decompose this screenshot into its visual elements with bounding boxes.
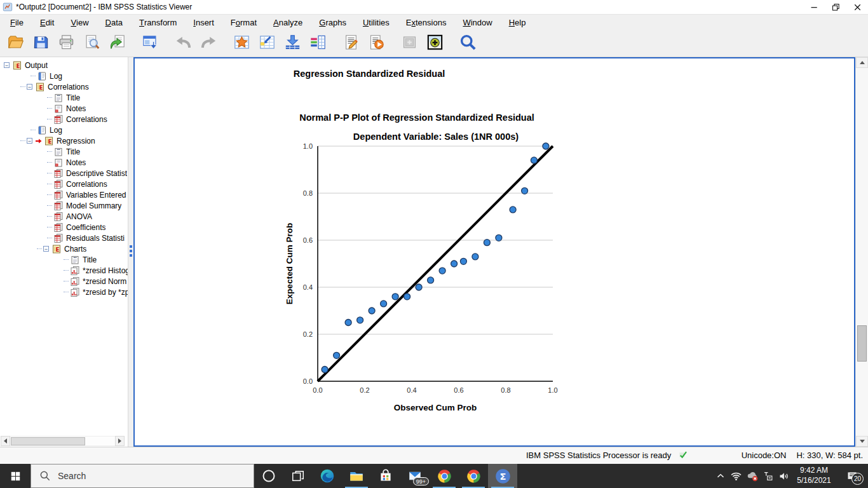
variables-button[interactable] <box>306 32 329 55</box>
content-vertical-scrollbar[interactable] <box>855 57 868 447</box>
menu-help[interactable]: Help <box>501 15 534 30</box>
store-taskbar-button[interactable] <box>371 464 400 488</box>
scroll-thumb[interactable] <box>11 437 85 445</box>
tree-item-log[interactable]: Log <box>0 125 128 135</box>
tree-item-residuals-statisti[interactable]: Residuals Statisti <box>0 233 128 243</box>
tree-item-variables-entered[interactable]: Variables Entered <box>0 189 128 200</box>
goto-data-button[interactable] <box>230 32 253 55</box>
recall-dialog-button[interactable] <box>105 32 128 55</box>
export-button[interactable] <box>139 32 161 55</box>
spss-taskbar-button[interactable]: Σ <box>488 464 517 488</box>
minimize-button[interactable] <box>803 0 825 14</box>
tree-item-charts[interactable]: −ECharts <box>0 243 128 254</box>
onedrive-error-icon[interactable] <box>744 464 760 488</box>
menu-analyze[interactable]: Analyze <box>265 15 311 30</box>
print-preview-icon <box>83 34 100 53</box>
tree-item-anova[interactable]: ANOVA <box>0 211 128 222</box>
table-icon <box>53 190 64 200</box>
collapse-toggle-icon[interactable]: − <box>43 246 49 252</box>
restore-button[interactable] <box>825 0 846 14</box>
task-view-button[interactable] <box>283 464 313 488</box>
taskbar-search-input[interactable]: Search <box>31 464 254 488</box>
run-script-button[interactable] <box>365 32 388 55</box>
tree-item-title[interactable]: Title <box>0 146 128 157</box>
tree-item-correlations[interactable]: −ECorrelations <box>0 81 128 92</box>
tree-item-model-summary[interactable]: Model Summary <box>0 200 128 211</box>
tree-item-descriptive-statist[interactable]: Descriptive Statist <box>0 168 128 179</box>
tree-connector <box>47 108 52 109</box>
chrome-taskbar-button-1[interactable] <box>430 464 459 488</box>
menu-transform[interactable]: Transform <box>131 15 185 30</box>
chrome-taskbar-button-2[interactable] <box>459 464 488 488</box>
select-last-output-button[interactable] <box>423 32 446 55</box>
edge-taskbar-button[interactable] <box>313 464 342 488</box>
tree-item-log[interactable]: Log <box>0 71 128 81</box>
tree-item-notes[interactable]: iNotes <box>0 157 128 168</box>
tree-item-output[interactable]: −EOutput <box>0 60 128 71</box>
tree-item-regression[interactable]: −ERegression <box>0 135 128 146</box>
menu-extensions[interactable]: Extensions <box>398 15 455 30</box>
close-button[interactable] <box>846 0 868 14</box>
pen-input-icon[interactable] <box>760 464 776 488</box>
find-button[interactable] <box>456 32 479 55</box>
menu-view[interactable]: View <box>62 15 97 30</box>
edit-properties-button[interactable] <box>339 32 362 55</box>
svg-text:0.2: 0.2 <box>360 386 369 394</box>
undo-button[interactable] <box>172 32 194 55</box>
goto-case-button[interactable] <box>255 32 278 55</box>
open-output-button[interactable] <box>4 32 27 55</box>
tree-item--zresid-histog[interactable]: *zresid Histog <box>0 265 128 276</box>
menu-window[interactable]: Window <box>454 15 500 30</box>
menu-file[interactable]: File <box>2 15 32 30</box>
pp-plot-chart[interactable]: 0.00.20.40.60.81.00.00.20.40.60.81.0Obse… <box>280 140 572 419</box>
title-bar: *Output2 [Document2] - IBM SPSS Statisti… <box>0 0 868 14</box>
scroll-up-button[interactable] <box>856 57 868 68</box>
save-button[interactable] <box>29 32 52 55</box>
tree-item-correlations[interactable]: Correlations <box>0 114 128 125</box>
taskbar-clock[interactable]: 9:42 AM 5/16/2021 <box>792 464 836 488</box>
start-button[interactable] <box>0 464 31 488</box>
book-icon: E <box>51 244 62 254</box>
print-button[interactable] <box>55 32 78 55</box>
designate-window-button[interactable] <box>398 32 421 55</box>
pane-splitter[interactable] <box>128 57 133 447</box>
scroll-track[interactable] <box>10 436 115 446</box>
tree-item-coefficients[interactable]: Coefficients <box>0 222 128 233</box>
menu-format[interactable]: Format <box>222 15 265 30</box>
outline-horizontal-scrollbar[interactable] <box>1 436 125 446</box>
output-content-pane[interactable]: Regression Standardized Residual Normal … <box>133 57 855 447</box>
wifi-icon[interactable] <box>728 464 744 488</box>
print-preview-button[interactable] <box>80 32 103 55</box>
tree-item-label: Notes <box>66 158 86 167</box>
title-icon <box>53 147 64 157</box>
cortana-button[interactable] <box>254 464 283 488</box>
menu-graphs[interactable]: Graphs <box>311 15 355 30</box>
tree-item-notes[interactable]: iNotes <box>0 103 128 114</box>
menu-edit[interactable]: Edit <box>32 15 62 30</box>
table-icon <box>53 201 64 211</box>
insert-variable-button[interactable] <box>281 32 304 55</box>
menu-utilities[interactable]: Utilities <box>355 15 398 30</box>
mail-taskbar-button[interactable]: 99+ <box>400 464 430 488</box>
notification-center-button[interactable]: 20 <box>836 464 868 488</box>
tree-item-correlations[interactable]: Correlations <box>0 179 128 189</box>
scroll-down-button[interactable] <box>856 436 868 447</box>
tree-item--zresid-norm[interactable]: *zresid Norm <box>0 276 128 287</box>
collapse-toggle-icon[interactable]: − <box>27 84 32 90</box>
goto-data-icon <box>233 34 250 53</box>
scroll-left-button[interactable] <box>1 436 10 446</box>
collapse-toggle-icon[interactable]: − <box>27 138 32 144</box>
menu-insert[interactable]: Insert <box>185 15 222 30</box>
menu-data[interactable]: Data <box>97 15 131 30</box>
tree-item--zresid-by-zp[interactable]: *zresid by *zp <box>0 287 128 297</box>
tree-item-title[interactable]: Title <box>0 254 128 265</box>
redo-button[interactable] <box>197 32 220 55</box>
file-explorer-taskbar-button[interactable] <box>342 464 371 488</box>
tray-chevron-icon[interactable] <box>712 464 728 488</box>
collapse-toggle-icon[interactable]: − <box>4 62 10 68</box>
tree-item-title[interactable]: Title <box>0 92 128 103</box>
scroll-track[interactable] <box>856 68 868 436</box>
volume-icon[interactable] <box>776 464 792 488</box>
scroll-thumb[interactable] <box>857 325 867 362</box>
scroll-right-button[interactable] <box>115 436 125 446</box>
